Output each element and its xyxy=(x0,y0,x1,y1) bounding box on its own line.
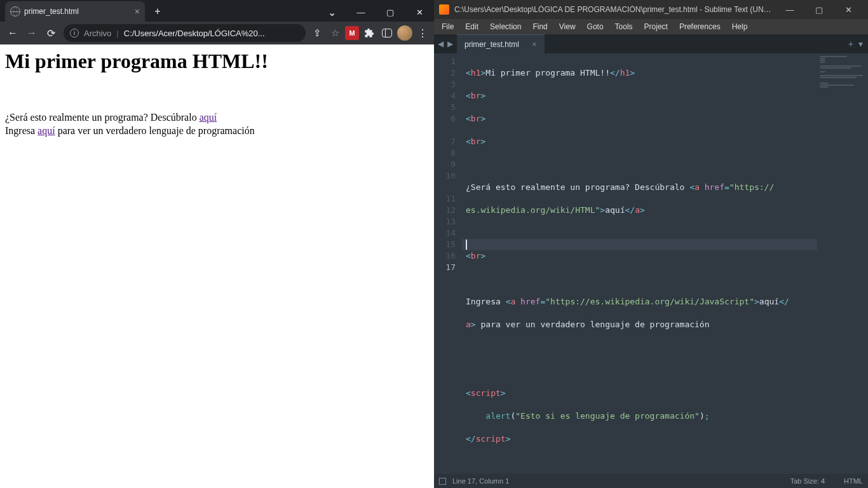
chrome-window-controls: ⌄ — ▢ ✕ xyxy=(317,3,434,22)
url-separator: | xyxy=(116,29,118,38)
text: ¿Será esto realmente un programa? Descúb… xyxy=(5,112,200,123)
menu-help[interactable]: Help xyxy=(727,21,753,32)
close-tab-icon[interactable]: × xyxy=(532,39,537,49)
menu-view[interactable]: View xyxy=(554,21,581,32)
maximize-button[interactable]: ▢ xyxy=(376,3,405,22)
minimize-button[interactable]: — xyxy=(346,3,376,22)
menu-preferences[interactable]: Preferences xyxy=(674,21,726,32)
cursor-position[interactable]: Line 17, Column 1 xyxy=(452,477,509,485)
line-number[interactable]: 12 xyxy=(434,205,456,216)
line-number[interactable]: 10 xyxy=(434,170,456,182)
line-number[interactable] xyxy=(434,182,456,193)
browser-tab[interactable]: primer_test.html × xyxy=(5,1,145,22)
menu-find[interactable]: Find xyxy=(527,21,552,32)
globe-icon xyxy=(10,6,20,17)
menu-selection[interactable]: Selection xyxy=(485,21,526,32)
close-window-button[interactable]: ✕ xyxy=(834,0,863,19)
text: Ingresa xyxy=(5,125,37,136)
minimap[interactable] xyxy=(817,53,868,474)
maximize-button[interactable]: ▢ xyxy=(804,0,834,19)
chrome-menu-icon[interactable]: ⋮ xyxy=(415,25,430,41)
cursor-line xyxy=(462,239,817,250)
minimize-button[interactable]: — xyxy=(775,0,804,19)
page-line-2: Ingresa aquí para ver un verdadero lengu… xyxy=(5,125,429,138)
line-number[interactable]: 16 xyxy=(434,250,456,262)
line-number[interactable]: 15 xyxy=(434,239,456,250)
url-scheme-label: Archivo xyxy=(84,29,111,38)
chrome-chrome: primer_test.html × + ⌄ — ▢ ✕ ← → ⟳ i Arc… xyxy=(0,0,434,44)
tab-size[interactable]: Tab Size: 4 xyxy=(790,477,825,485)
code-editor[interactable]: <h1>Mi primer programa HTML!!</h1> <br> … xyxy=(462,53,817,474)
url-path: C:/Users/Acer/Desktop/LÓGICA%20... xyxy=(124,29,265,38)
new-tab-icon[interactable]: + xyxy=(848,39,853,49)
line-number[interactable]: 4 xyxy=(434,90,456,102)
editor-tab[interactable]: primer_test.html × xyxy=(457,34,545,53)
page-content: Mi primer programa HTML!! ¿Será esto rea… xyxy=(0,44,434,488)
sublime-title: C:\Users\Acer\Desktop\LÓGICA DE PROGRAMA… xyxy=(454,5,775,14)
line-gutter: 1 2 3 4 5 6 7 8 9 10 11 12 13 14 15 16 1… xyxy=(434,53,462,474)
extensions-icon[interactable] xyxy=(362,25,377,41)
mendeley-extension-icon[interactable]: M xyxy=(345,26,359,40)
line-number[interactable] xyxy=(434,125,456,136)
tab-search-icon[interactable]: ⌄ xyxy=(317,3,346,22)
toolbar-actions: ⇪ ☆ M ⋮ xyxy=(309,25,430,41)
side-panel-icon[interactable] xyxy=(379,25,395,41)
nav-forward-icon[interactable]: ▶ xyxy=(446,39,454,48)
reload-button[interactable]: ⟳ xyxy=(42,24,60,42)
line-number[interactable]: 2 xyxy=(434,67,456,79)
line-number[interactable]: 7 xyxy=(434,136,456,147)
share-icon[interactable]: ⇪ xyxy=(309,25,325,41)
text: para ver un verdadero lenguaje de progra… xyxy=(55,125,255,136)
status-bar: Line 17, Column 1 Tab Size: 4 HTML xyxy=(434,474,868,488)
line-number[interactable]: 8 xyxy=(434,147,456,159)
line-number[interactable]: 17 xyxy=(434,262,456,273)
site-info-icon[interactable]: i xyxy=(70,29,79,37)
line-number[interactable]: 5 xyxy=(434,102,456,113)
syntax-mode[interactable]: HTML xyxy=(844,477,863,485)
menu-file[interactable]: File xyxy=(437,21,459,32)
page-line-1: ¿Será esto realmente un programa? Descúb… xyxy=(5,111,429,125)
chrome-toolbar: ← → ⟳ i Archivo | C:/Users/Acer/Desktop/… xyxy=(0,22,434,44)
nav-back-icon[interactable]: ◀ xyxy=(437,39,445,48)
close-window-button[interactable]: ✕ xyxy=(405,3,434,22)
editor-tab-label: primer_test.html xyxy=(465,40,519,49)
line-number[interactable]: 11 xyxy=(434,193,456,205)
chrome-window: primer_test.html × + ⌄ — ▢ ✕ ← → ⟳ i Arc… xyxy=(0,0,434,488)
menu-goto[interactable]: Goto xyxy=(582,21,609,32)
sublime-menubar: File Edit Selection Find View Goto Tools… xyxy=(434,19,868,34)
bookmark-star-icon[interactable]: ☆ xyxy=(327,25,342,41)
sublime-titlebar: C:\Users\Acer\Desktop\LÓGICA DE PROGRAMA… xyxy=(434,0,868,19)
line-number[interactable]: 1 xyxy=(434,56,456,67)
line-number[interactable]: 3 xyxy=(434,79,456,90)
line-number[interactable]: 13 xyxy=(434,216,456,227)
line-number[interactable]: 9 xyxy=(434,159,456,170)
tab-title: primer_test.html xyxy=(24,7,131,16)
panel-switcher-icon[interactable] xyxy=(439,478,446,485)
new-tab-button[interactable]: + xyxy=(149,3,166,20)
line-number[interactable]: 6 xyxy=(434,113,456,125)
address-bar[interactable]: i Archivo | C:/Users/Acer/Desktop/LÓGICA… xyxy=(64,24,306,42)
close-tab-icon[interactable]: × xyxy=(135,6,140,17)
forward-button[interactable]: → xyxy=(23,24,41,42)
link-aqui-2[interactable]: aquí xyxy=(37,125,55,136)
chrome-tabstrip: primer_test.html × + ⌄ — ▢ ✕ xyxy=(0,0,434,22)
profile-avatar-icon[interactable] xyxy=(397,25,412,41)
back-button[interactable]: ← xyxy=(4,24,22,42)
sublime-window-controls: — ▢ ✕ xyxy=(775,0,863,19)
menu-tools[interactable]: Tools xyxy=(610,21,638,32)
tab-history-nav: ◀ ▶ xyxy=(434,34,457,53)
menu-project[interactable]: Project xyxy=(639,21,673,32)
menu-edit[interactable]: Edit xyxy=(460,21,484,32)
sublime-logo-icon xyxy=(439,4,449,15)
editor-body: 1 2 3 4 5 6 7 8 9 10 11 12 13 14 15 16 1… xyxy=(434,53,868,474)
line-number[interactable]: 14 xyxy=(434,227,456,239)
tabbar-actions: + ▾ xyxy=(843,34,868,53)
sublime-window: C:\Users\Acer\Desktop\LÓGICA DE PROGRAMA… xyxy=(434,0,868,488)
link-aqui-1[interactable]: aquí xyxy=(200,112,217,123)
sublime-tabbar: ◀ ▶ primer_test.html × + ▾ xyxy=(434,34,868,53)
tab-dropdown-icon[interactable]: ▾ xyxy=(858,39,863,49)
page-heading: Mi primer programa HTML!! xyxy=(5,50,429,73)
